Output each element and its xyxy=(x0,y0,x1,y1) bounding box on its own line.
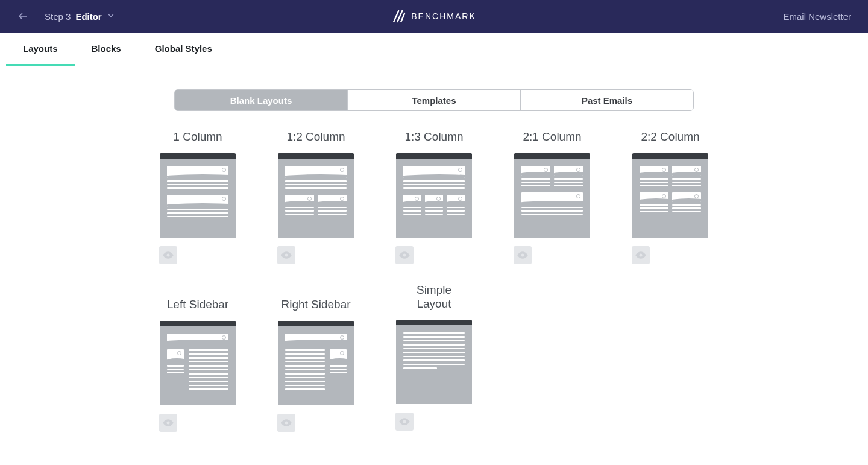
layout-card-1-3-column: 1:3 Column xyxy=(395,130,473,264)
step-prefix: Step 3 xyxy=(45,11,71,22)
eye-icon xyxy=(398,416,410,428)
layout-thumbnail[interactable] xyxy=(396,320,472,404)
benchmark-logo-icon xyxy=(392,8,405,25)
eye-icon xyxy=(162,417,174,429)
layout-thumbnail[interactable] xyxy=(514,153,590,238)
seg-blank-layouts[interactable]: Blank Layouts xyxy=(175,90,347,110)
layout-title: Simple Layout xyxy=(417,283,451,311)
layout-title: 2:2 Column xyxy=(641,130,699,145)
layout-card-1-column: 1 Column xyxy=(159,130,236,264)
layout-thumbnail[interactable] xyxy=(278,153,354,238)
layout-title: Right Sidebar xyxy=(281,298,350,312)
eye-icon xyxy=(280,249,292,261)
svg-line-3 xyxy=(401,13,404,22)
app-header: Step 3 Editor BENCHMARK Email Newsletter xyxy=(0,0,868,33)
layout-title: 1:3 Column xyxy=(404,130,463,145)
preview-button[interactable] xyxy=(277,414,295,432)
layout-title: 1:2 Column xyxy=(286,130,345,145)
preview-button[interactable] xyxy=(277,246,295,264)
step-name: Editor xyxy=(75,11,101,22)
seg-templates[interactable]: Templates xyxy=(347,90,520,110)
brand-text: BENCHMARK xyxy=(411,11,476,21)
tab-layouts[interactable]: Layouts xyxy=(6,33,75,66)
layout-source-segmented: Blank Layouts Templates Past Emails xyxy=(174,89,694,111)
preview-button[interactable] xyxy=(159,246,177,264)
layout-thumbnail[interactable] xyxy=(278,321,354,405)
preview-button[interactable] xyxy=(632,246,650,264)
preview-button[interactable] xyxy=(514,246,532,264)
layout-card-1-2-column: 1:2 Column xyxy=(277,130,354,264)
back-arrow-icon[interactable] xyxy=(17,10,29,22)
preview-button[interactable] xyxy=(159,414,177,432)
layout-title: 2:1 Column xyxy=(523,130,581,145)
preview-button[interactable] xyxy=(395,246,414,264)
layout-title: Left Sidebar xyxy=(167,298,228,312)
eye-icon xyxy=(280,417,292,429)
eye-icon xyxy=(398,249,410,261)
editor-nav-tabs: Layouts Blocks Global Styles xyxy=(0,33,868,66)
preview-button[interactable] xyxy=(395,413,414,431)
tab-blocks[interactable]: Blocks xyxy=(75,33,138,66)
eye-icon xyxy=(635,249,647,261)
brand-logo: BENCHMARK xyxy=(392,8,476,25)
layout-card-simple-layout: Simple Layout xyxy=(395,283,473,432)
layout-thumbnail[interactable] xyxy=(632,153,708,238)
layout-thumbnail[interactable] xyxy=(160,153,236,238)
layout-title: 1 Column xyxy=(173,130,222,145)
eye-icon xyxy=(517,249,529,261)
layout-cards-grid: 1 Column 1:2 Column xyxy=(159,130,709,432)
layout-card-2-1-column: 2:1 Column xyxy=(514,130,591,264)
seg-past-emails[interactable]: Past Emails xyxy=(520,90,693,110)
eye-icon xyxy=(162,249,174,261)
layouts-panel: Blank Layouts Templates Past Emails 1 Co… xyxy=(0,66,868,432)
chevron-down-icon xyxy=(107,11,115,22)
tab-global-styles[interactable]: Global Styles xyxy=(138,33,229,66)
layout-card-right-sidebar: Right Sidebar xyxy=(277,298,354,432)
layout-thumbnail[interactable] xyxy=(160,321,236,405)
layout-card-left-sidebar: Left Sidebar xyxy=(159,298,236,432)
layout-thumbnail[interactable] xyxy=(396,153,472,238)
step-dropdown[interactable]: Step 3 Editor xyxy=(45,11,115,22)
document-title: Email Newsletter xyxy=(783,11,851,22)
layout-card-2-2-column: 2:2 Column xyxy=(632,130,709,264)
